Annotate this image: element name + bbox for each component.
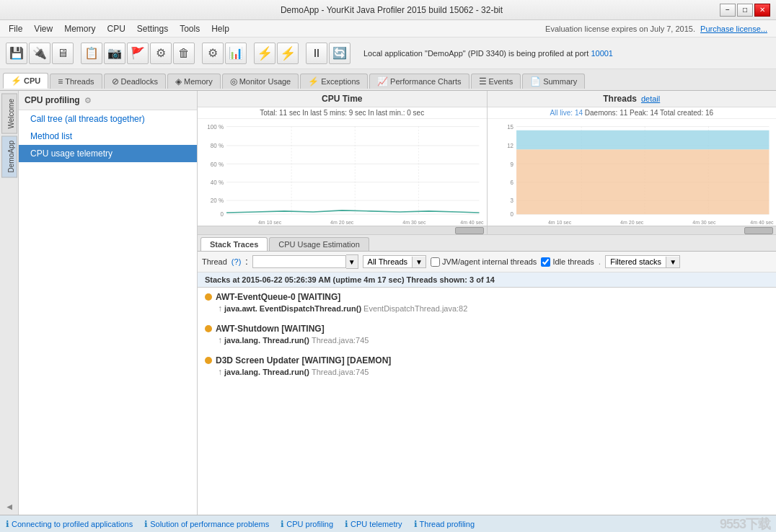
thread-dot-2 (205, 357, 212, 364)
nav-settings-icon[interactable]: ⚙ (84, 96, 92, 105)
start-button[interactable]: ⚡ (254, 43, 275, 64)
save-button[interactable]: 💾 (6, 43, 27, 64)
thread-dot-0 (205, 293, 212, 301)
watermark: 9553下载 (720, 515, 770, 533)
threads-scrollbar-thumb[interactable] (744, 227, 773, 234)
tab-cpu-usage-est[interactable]: CPU Usage Estimation (269, 237, 369, 251)
profile-notice: Local application "DemoApp" (PID 3340) i… (363, 49, 613, 58)
svg-text:4m 40 sec: 4m 40 sec (460, 219, 484, 226)
right-content: CPU Time Total: 11 sec In last 5 mins: 9… (198, 91, 776, 515)
mem-button[interactable]: 📊 (225, 43, 247, 64)
trace-arrow-icon-2: ↑ (218, 367, 222, 377)
menu-memory[interactable]: Memory (58, 22, 101, 35)
stack-entry-2: D3D Screen Updater [WAITING] [DAEMON] ↑ … (205, 355, 769, 377)
tab-events[interactable]: ☰ Events (471, 74, 521, 89)
close-button[interactable]: ✕ (754, 4, 770, 17)
cpu-chart-panel: CPU Time Total: 11 sec In last 5 mins: 9… (198, 91, 488, 234)
tab-deadlocks[interactable]: ⊘ Deadlocks (104, 74, 166, 89)
jvm-threads-checkbox[interactable] (431, 257, 440, 267)
trace-arrow-icon-1: ↑ (218, 335, 222, 345)
thread-filter-label: Thread (202, 257, 227, 266)
menu-file[interactable]: File (3, 22, 28, 35)
menu-view[interactable]: View (28, 22, 58, 35)
start2-button[interactable]: ⚡ (277, 43, 299, 64)
cpu-scrollbar-thumb[interactable] (455, 227, 484, 234)
pause-button[interactable]: ⏸ (306, 43, 327, 64)
sidebar-welcome[interactable]: Welcome (1, 94, 17, 134)
nav-cpu-telemetry[interactable]: CPU usage telemetry (19, 145, 197, 162)
svg-text:0: 0 (221, 211, 224, 218)
left-nav: CPU profiling ⚙ Call tree (all threads t… (19, 91, 198, 515)
jvm-threads-label: JVM/agent internal threads (431, 257, 537, 267)
tab-summary[interactable]: 📄 Summary (522, 74, 585, 89)
capture-button[interactable]: 📋 (81, 43, 102, 64)
refresh-button[interactable]: 🔄 (329, 43, 350, 64)
sidebar-expand[interactable]: ▶ (4, 501, 14, 515)
tab-threads[interactable]: ≡ Threads (50, 74, 102, 89)
connect2-button[interactable]: 🖥 (52, 43, 74, 64)
svg-text:12: 12 (507, 143, 513, 149)
eval-notice: Evaluation license expires on July 7, 20… (539, 22, 773, 35)
tab-perf[interactable]: 📈 Performance Charts (369, 74, 469, 89)
all-threads-dropdown-btn[interactable]: ▼ (412, 257, 426, 267)
threads-chart-title: Threads detail (488, 91, 777, 107)
cpu-chart-title: CPU Time (198, 91, 487, 107)
nav-method-list[interactable]: Method list (19, 128, 197, 145)
status-link-1[interactable]: ℹ Solution of performance problems (144, 519, 269, 529)
delete-button[interactable]: 🗑 (173, 43, 195, 64)
menu-help[interactable]: Help (206, 22, 235, 35)
sidebar-demoapp[interactable]: DemoApp (1, 136, 17, 177)
window-controls: − □ ✕ (720, 4, 770, 17)
events-tab-icon: ☰ (479, 76, 487, 87)
flag-button[interactable]: 🚩 (127, 43, 149, 64)
status-link-4[interactable]: ℹ Thread profiling (414, 519, 475, 529)
settings-button[interactable]: ⚙ (150, 43, 172, 64)
tab-stack-traces[interactable]: Stack Traces (200, 237, 268, 251)
window-title: DemoApp - YourKit Java Profiler 2015 bui… (63, 5, 720, 15)
title-bar: DemoApp - YourKit Java Profiler 2015 bui… (0, 0, 776, 20)
minimize-button[interactable]: − (720, 4, 736, 17)
thread-filter-input[interactable] (252, 255, 346, 268)
thread-filter-dropdown[interactable]: ▼ (346, 254, 358, 269)
svg-text:4m 20 sec: 4m 20 sec (620, 219, 644, 226)
cpu-button[interactable]: ⚙ (202, 43, 224, 64)
idle-threads-checkbox[interactable] (541, 257, 550, 267)
stack-trace-0-0: ↑ java.awt.EventDispatchThread.run() Eve… (205, 303, 769, 314)
status-link-3[interactable]: ℹ CPU telemetry (345, 519, 402, 529)
svg-text:9: 9 (510, 161, 513, 167)
purchase-link[interactable]: Purchase license... (700, 25, 767, 33)
status-icon-1: ℹ (144, 519, 148, 529)
menu-tools[interactable]: Tools (174, 22, 206, 35)
cpu-chart-svg: 100 % 80 % 60 % 40 % 20 % 0 4m 10 sec 4m… (198, 119, 487, 226)
stack-trace-1-0: ↑ java.lang.Thread.run() Thread.java:745 (205, 335, 769, 345)
cpu-chart-scrollbar[interactable] (198, 226, 487, 234)
svg-text:4m 30 sec: 4m 30 sec (402, 219, 426, 226)
menu-settings[interactable]: Settings (131, 22, 174, 35)
status-icon-3: ℹ (345, 519, 348, 529)
maximize-button[interactable]: □ (737, 4, 753, 17)
toolbar: 💾 🔌 🖥 📋 📷 🚩 ⚙ 🗑 ⚙ 📊 ⚡ ⚡ ⏸ 🔄 Local applic… (0, 37, 776, 69)
menu-cpu[interactable]: CPU (101, 22, 131, 35)
snapshot-button[interactable]: 📷 (104, 43, 125, 64)
cpu-chart-stats: Total: 11 sec In last 5 mins: 9 sec In l… (198, 107, 487, 119)
exceptions-tab-icon: ⚡ (308, 76, 319, 87)
tab-monitor[interactable]: ◎ Monitor Usage (222, 74, 299, 89)
connect-button[interactable]: 🔌 (29, 43, 50, 64)
filtered-stacks-btn[interactable]: ▼ (666, 257, 679, 267)
tab-cpu[interactable]: ⚡ CPU (3, 73, 48, 89)
all-threads-dropdown: All Threads ▼ (363, 255, 426, 268)
nav-call-tree[interactable]: Call tree (all threads together) (19, 110, 197, 128)
svg-text:0: 0 (510, 211, 513, 218)
stack-entry-1: AWT-Shutdown [WAITING] ↑ java.lang.Threa… (205, 324, 769, 345)
svg-text:3: 3 (510, 198, 513, 204)
thread-detail-link[interactable]: detail (641, 94, 660, 103)
threads-chart-scrollbar[interactable] (488, 226, 777, 234)
status-link-2[interactable]: ℹ CPU profiling (281, 519, 333, 529)
thread-hint[interactable]: (?) (232, 257, 241, 266)
svg-text:40 %: 40 % (211, 179, 224, 186)
tab-memory[interactable]: ◈ Memory (167, 74, 221, 89)
tab-exceptions[interactable]: ⚡ Exceptions (300, 74, 368, 89)
filtered-stacks-label: Filtered stacks (606, 256, 666, 267)
svg-text:4m 30 sec: 4m 30 sec (692, 219, 716, 226)
status-link-0[interactable]: ℹ Connecting to profiled applications (6, 519, 133, 529)
